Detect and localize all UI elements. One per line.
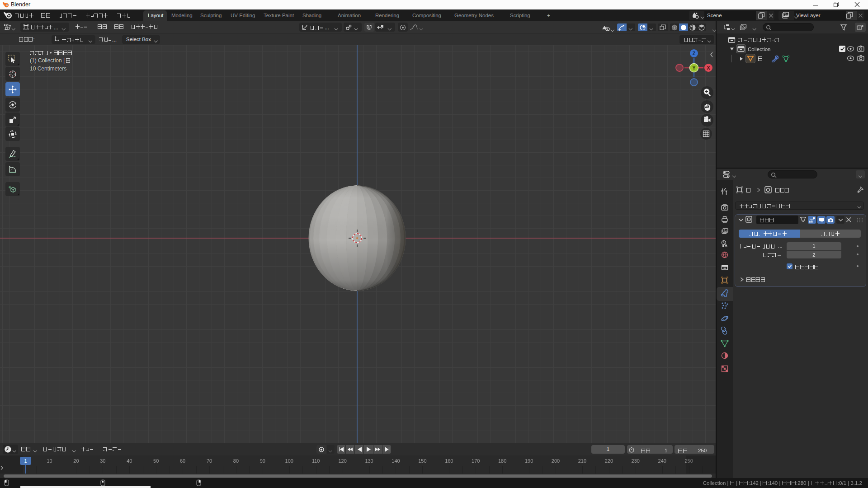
svg-text:Y: Y <box>692 65 695 70</box>
svg-text:X: X <box>707 65 710 70</box>
svg-text:Z: Z <box>693 51 696 56</box>
